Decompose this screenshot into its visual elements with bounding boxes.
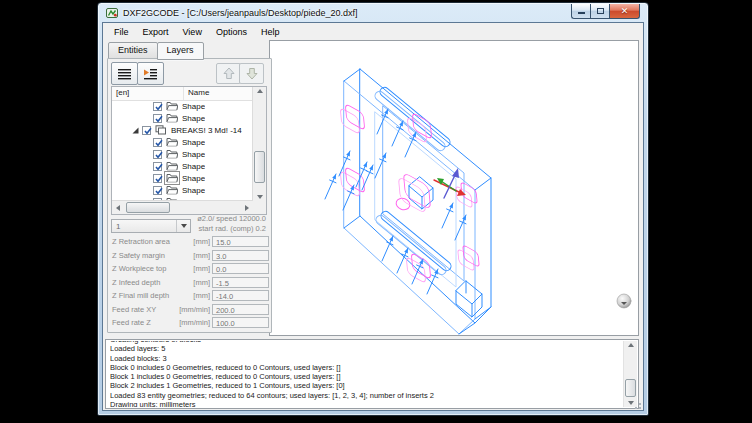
menu-bar: File Export View Options Help xyxy=(103,23,643,40)
layer-checkbox[interactable] xyxy=(142,126,151,135)
menu-view[interactable]: View xyxy=(176,25,209,39)
param-row: Z Retraction area [mm] 15.0 xyxy=(110,235,269,249)
maximize-button[interactable] xyxy=(590,4,610,19)
tree-rows: Shape Shape BREAKS! 3 Md! -14 Shape xyxy=(112,100,253,201)
tool-number-combobox[interactable]: 1 xyxy=(111,219,191,233)
drill-pin xyxy=(375,153,386,178)
scroll-right-arrow[interactable] xyxy=(243,205,251,211)
param-row: Feed rate XY [mm/min] 200.0 xyxy=(110,303,269,317)
move-layer-up-button[interactable] xyxy=(216,63,241,84)
menu-help[interactable]: Help xyxy=(254,25,287,39)
tool-number-value: 1 xyxy=(116,222,120,231)
scrollbar-thumb[interactable] xyxy=(126,202,170,213)
tree-row[interactable]: Shape xyxy=(112,184,253,196)
drill-pin xyxy=(325,174,336,199)
param-row: Z Infeed depth [mm] -1.5 xyxy=(110,276,269,290)
param-label: Z Infeed depth xyxy=(110,278,193,287)
param-unit: [mm] xyxy=(193,264,210,273)
log-line: Drawing units: millimeters xyxy=(110,400,623,407)
layer-checkbox[interactable] xyxy=(153,186,162,195)
minimize-button[interactable] xyxy=(571,4,590,19)
machining-params: Z Retraction area [mm] 15.0 Z Safety mar… xyxy=(110,235,269,330)
log-line: Loaded layers: 5 xyxy=(110,344,623,353)
tree-row[interactable]: Shape xyxy=(112,112,253,124)
layers-tree[interactable]: [en] Name Shape Shape xyxy=(111,86,267,215)
param-input[interactable]: 100.0 xyxy=(212,317,269,328)
pocket-outline xyxy=(345,104,365,131)
param-input[interactable]: 3.0 xyxy=(212,250,269,261)
app-icon xyxy=(106,7,118,19)
scrollbar-thumb[interactable] xyxy=(625,379,636,397)
column-header-name[interactable]: Name xyxy=(184,87,253,100)
param-label: Feed rate Z xyxy=(110,318,179,327)
folder-icon xyxy=(166,137,178,147)
tab-layers[interactable]: Layers xyxy=(157,42,204,60)
menu-file[interactable]: File xyxy=(107,25,136,39)
param-label: Feed rate XY xyxy=(110,305,179,314)
row-label: Shape xyxy=(182,150,205,159)
tree-header[interactable]: [en] Name xyxy=(112,87,253,101)
param-input[interactable]: 15.0 xyxy=(212,236,269,247)
tool-info-label: ø2.0/ speed 12000.0 start rad. (comp) 0.… xyxy=(192,214,266,233)
drill-pin xyxy=(382,236,393,261)
folder-icon xyxy=(166,101,178,111)
scroll-up-arrow[interactable] xyxy=(253,89,266,93)
select-all-layers-button[interactable] xyxy=(111,62,138,85)
menu-export[interactable]: Export xyxy=(136,25,176,39)
indent-arrow-icon xyxy=(144,68,158,80)
scrollbar-thumb[interactable] xyxy=(254,151,265,183)
cad-wireframe xyxy=(270,41,638,335)
expander-icon[interactable] xyxy=(132,127,139,134)
tree-row[interactable]: Shape xyxy=(112,148,253,160)
log-line: Loaded blocks: 3 xyxy=(110,354,623,363)
row-label: Shape xyxy=(182,138,205,147)
param-label: Z Workpiece top xyxy=(110,264,193,273)
window-title: DXF2GCODE - [C:/Users/jeanpauls/Desktop/… xyxy=(123,8,358,18)
param-unit: [mm/min] xyxy=(179,318,210,327)
tree-row[interactable]: Shape xyxy=(112,100,253,112)
scroll-down-arrow[interactable] xyxy=(253,195,266,199)
layers-panel: [en] Name Shape Shape xyxy=(107,58,272,333)
column-header-en[interactable]: [en] xyxy=(112,87,184,100)
menu-options[interactable]: Options xyxy=(209,25,254,39)
log-lines: Creating contours of blocksLoaded layers… xyxy=(110,341,623,407)
param-unit: [mm] xyxy=(193,291,210,300)
arrow-down-icon xyxy=(245,67,259,80)
move-layer-down-button[interactable] xyxy=(239,63,264,84)
param-input[interactable]: -1.5 xyxy=(212,277,269,288)
param-label: Z Final mill depth xyxy=(110,291,193,300)
log-vertical-scrollbar[interactable] xyxy=(623,341,637,407)
row-label: Shape xyxy=(182,114,205,123)
tree-vertical-scrollbar[interactable] xyxy=(252,87,266,201)
tree-row[interactable]: Shape xyxy=(112,160,253,172)
tree-row[interactable]: Shape xyxy=(112,136,253,148)
drawing-canvas[interactable] xyxy=(269,40,639,336)
scrollbar-corner xyxy=(253,201,266,214)
param-input[interactable]: -14.0 xyxy=(212,290,269,301)
layer-checkbox[interactable] xyxy=(153,174,162,183)
pocket-outline xyxy=(340,108,360,135)
tree-row[interactable]: BREAKS! 3 Md! -14 xyxy=(112,124,253,136)
close-icon: ✕ xyxy=(621,7,629,16)
close-button[interactable]: ✕ xyxy=(610,4,640,19)
param-input[interactable]: 200.0 xyxy=(212,304,269,315)
folder-icon xyxy=(166,173,178,183)
log-area[interactable]: Creating contours of blocksLoaded layers… xyxy=(105,339,639,409)
title-bar[interactable]: DXF2GCODE - [C:/Users/jeanpauls/Desktop/… xyxy=(98,3,648,22)
move-to-custom-gcode-button[interactable] xyxy=(137,62,164,85)
drill-pin xyxy=(427,269,438,294)
scroll-left-arrow[interactable] xyxy=(114,205,122,211)
scroll-up-arrow[interactable] xyxy=(624,343,637,347)
param-input[interactable]: 0.0 xyxy=(212,263,269,274)
layer-checkbox[interactable] xyxy=(153,102,162,111)
layer-checkbox[interactable] xyxy=(153,114,162,123)
layer-checkbox[interactable] xyxy=(153,162,162,171)
row-label: Shape xyxy=(182,162,205,171)
resize-grip[interactable] xyxy=(632,400,641,409)
tree-row[interactable]: Shape xyxy=(112,172,253,184)
layer-checkbox[interactable] xyxy=(153,150,162,159)
tree-horizontal-scrollbar[interactable] xyxy=(112,200,253,214)
param-unit: [mm/min] xyxy=(179,305,210,314)
layer-checkbox[interactable] xyxy=(153,138,162,147)
drill-pin xyxy=(442,203,453,228)
